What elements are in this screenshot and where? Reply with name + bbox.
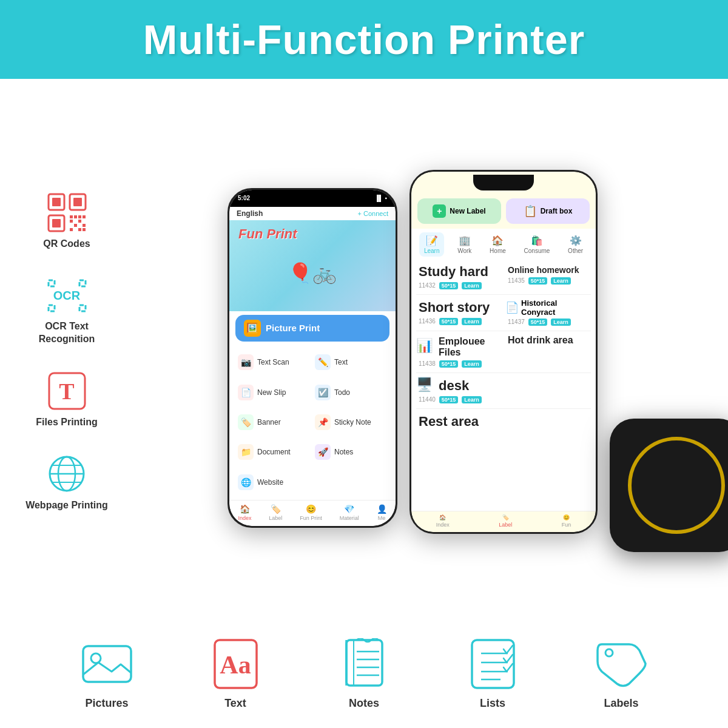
phone1-signal: ▐▌ ▪ — [375, 195, 388, 201]
nav-me-label: Me — [378, 515, 386, 521]
employee-title: Emplouee Files — [436, 332, 502, 359]
card-hot-drink: Hot drink area — [505, 332, 591, 369]
feature-globe: Webpage Printing — [25, 453, 108, 512]
svg-rect-13 — [83, 224, 86, 227]
tab-consume[interactable]: 🛍️ Consume — [519, 232, 555, 257]
svg-text:Aa: Aa — [220, 651, 251, 679]
menu-website[interactable]: 🌐 Website — [235, 467, 312, 497]
online-homework-labels: 11435 50*15 Learn — [505, 276, 591, 286]
main-content: QR Codes OCR OCR Text Recognition — [0, 79, 728, 728]
svg-text:T: T — [59, 379, 74, 404]
picture-print-text: Picture Print — [266, 323, 320, 333]
menu-text-scan[interactable]: 📷 Text Scan — [235, 348, 312, 377]
phone2-nav-index[interactable]: 🏠 Index — [436, 514, 450, 528]
document-icon: 📁 — [238, 444, 254, 460]
nav-label[interactable]: 🏷️ Label — [269, 504, 282, 521]
nav-label-icon: 🏷️ — [271, 504, 281, 514]
nav-index[interactable]: 🏠 Index — [238, 504, 251, 521]
bottom-lists: Lists — [465, 636, 520, 710]
text-feature-label: Text — [224, 697, 246, 710]
menu-notes[interactable]: 🚀 Notes — [312, 437, 389, 467]
banner-icon: 🏷️ — [238, 414, 254, 430]
employee-tag1: 50*15 — [439, 360, 459, 368]
svg-rect-5 — [52, 219, 61, 228]
svg-rect-3 — [73, 198, 82, 206]
p2-nav-label-text: Label — [499, 522, 512, 528]
content-row-4: 🖥️ desk 11440 50*15 Learn — [416, 374, 591, 407]
short-story-labels: 11436 50*15 Learn — [416, 317, 502, 326]
svg-rect-10 — [70, 220, 73, 223]
online-hw-tag2: Learn — [551, 277, 571, 285]
notes-feature-label: Notes — [349, 697, 379, 710]
picture-print-btn[interactable]: 🖼️ Picture Print — [235, 315, 389, 342]
tab-home[interactable]: 🏠 Home — [485, 232, 511, 257]
employee-icon: 📊 — [416, 338, 433, 354]
phone2-top-bar — [411, 172, 596, 194]
svg-rect-33 — [346, 640, 382, 686]
todo-icon: ☑️ — [315, 385, 331, 400]
tab-learn[interactable]: 📝 Learn — [419, 232, 445, 257]
content-row-3: 📊 Emplouee Files 11438 50*15 Learn — [416, 332, 591, 371]
phone2-content: Study hard 11432 50*15 Learn Online home… — [411, 260, 596, 511]
menu-document[interactable]: 📁 Document — [235, 437, 312, 467]
draft-icon: 📋 — [524, 204, 537, 218]
phone2-nav-label[interactable]: 🏷️ Label — [499, 514, 512, 528]
historical-tag2: Learn — [551, 318, 571, 326]
content-row-5: Rest area — [416, 410, 591, 433]
p2-nav-index-icon: 🏠 — [439, 514, 446, 521]
printer-device — [610, 419, 728, 552]
header: Multi-Function Printer — [0, 0, 728, 79]
feature-files: T Files Printing — [36, 370, 97, 429]
labels-feature-icon — [594, 636, 649, 691]
card-desk: 🖥️ desk 11440 50*15 Learn — [416, 374, 591, 405]
bottom-text: Aa Text — [208, 636, 263, 710]
nav-fun-print[interactable]: 😊 Fun Print — [300, 504, 322, 521]
new-label-btn[interactable]: + New Label — [417, 198, 501, 224]
historical-num: 11437 — [508, 318, 525, 325]
tab-other[interactable]: ⚙️ Other — [563, 232, 588, 257]
phones-container: 5:02 ▐▌ ▪ English + Connect Fun Print 🎈🚲 — [228, 170, 598, 534]
bottom-section: Pictures Aa Text — [18, 624, 710, 728]
draft-box-btn[interactable]: 📋 Draft box — [506, 198, 590, 224]
feature-ocr: OCR OCR Text Recognition — [18, 274, 115, 346]
phone2-nav-fun[interactable]: 😊 Fun — [562, 514, 571, 528]
tab-learn-label: Learn — [424, 248, 440, 254]
globe-icon — [46, 453, 88, 496]
nav-material-icon: 💎 — [344, 504, 354, 514]
nav-me-icon: 👤 — [377, 504, 387, 514]
tab-consume-icon: 🛍️ — [531, 235, 543, 246]
phone1-nav: 🏠 Index 🏷️ Label 😊 Fun Print — [229, 500, 396, 526]
tab-learn-icon: 📝 — [426, 235, 438, 246]
phone1-connect[interactable]: + Connect — [358, 210, 388, 217]
notes-label: Notes — [334, 448, 353, 456]
sticky-note-label: Sticky Note — [334, 418, 371, 426]
menu-todo[interactable]: ☑️ Todo — [312, 377, 389, 407]
svg-rect-14 — [70, 228, 73, 231]
globe-label: Webpage Printing — [25, 499, 108, 512]
document-label: Document — [257, 448, 291, 456]
divider-3 — [416, 372, 591, 373]
online-hw-tag1: 50*15 — [528, 277, 548, 285]
svg-rect-16 — [83, 228, 86, 231]
nav-me[interactable]: 👤 Me — [377, 504, 387, 521]
lists-feature-label: Lists — [480, 697, 505, 710]
employee-tag2: Learn — [462, 360, 482, 368]
menu-banner[interactable]: 🏷️ Banner — [235, 407, 312, 437]
desk-tag2: Learn — [462, 396, 482, 403]
divider-4 — [416, 408, 591, 409]
nav-material[interactable]: 💎 Material — [340, 504, 359, 521]
pictures-label: Pictures — [85, 697, 128, 710]
phone1-language[interactable]: English — [237, 209, 263, 218]
rest-area-title: Rest area — [416, 410, 591, 431]
menu-new-slip[interactable]: 📄 New Slip — [235, 377, 312, 407]
phones-section: 5:02 ▐▌ ▪ English + Connect Fun Print 🎈🚲 — [115, 170, 710, 534]
card-short-story: Short story 11436 50*15 Learn — [416, 296, 502, 327]
tab-consume-label: Consume — [524, 248, 550, 254]
menu-grid: 📷 Text Scan ✏️ Text 📄 New Slip — [229, 345, 396, 500]
tab-other-icon: ⚙️ — [570, 235, 582, 246]
menu-sticky-note[interactable]: 📌 Sticky Note — [312, 407, 389, 437]
menu-text[interactable]: ✏️ Text — [312, 348, 389, 377]
short-story-tag1: 50*15 — [439, 318, 459, 325]
nav-label-text: Label — [269, 515, 282, 521]
tab-work[interactable]: 🏢 Work — [453, 232, 476, 257]
